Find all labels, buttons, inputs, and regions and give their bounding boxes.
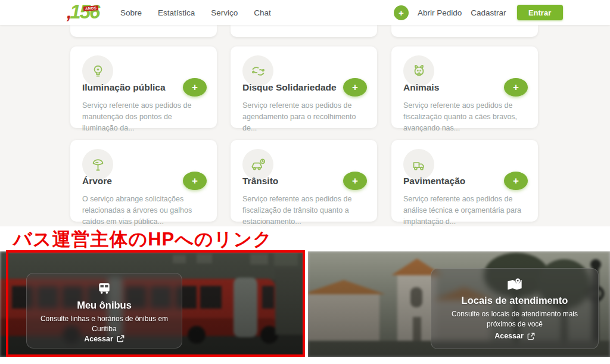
service-card-description: O serviço abrange solicitações relaciona… — [82, 194, 207, 228]
add-request-button[interactable]: + — [343, 172, 367, 190]
service-card-pavimentacao: Pavimentação + Serviço referente aos ped… — [391, 140, 538, 222]
service-card-transito: Trânsito + Serviço referente aos pedidos… — [231, 140, 377, 222]
cadastrar-link[interactable]: Cadastrar — [471, 8, 506, 17]
logo-number: 156 — [70, 1, 99, 23]
acessar-link[interactable]: Acessar — [494, 332, 535, 340]
bus-icon — [97, 281, 112, 296]
partial-card — [70, 25, 217, 37]
banner-card-title: Locais de atendimento — [462, 295, 568, 306]
service-card-description: Serviço referente aos pedidos de análise… — [403, 194, 528, 228]
service-card-title: Trânsito — [242, 176, 278, 186]
service-card-title: Pavimentação — [403, 176, 465, 186]
service-card-title: Árvore — [82, 176, 112, 186]
annotation-text: バス運営主体のHPへのリンク — [13, 227, 272, 252]
partial-card — [231, 25, 377, 37]
abrir-pedido-link[interactable]: Abrir Pedido — [418, 8, 462, 17]
site-logo-156[interactable]: , 156 ANOS — [67, 1, 114, 24]
entrar-button[interactable]: Entrar — [517, 5, 563, 20]
service-card-title: Animais — [403, 82, 439, 93]
main-nav: Sobre Estatística Serviço Chat — [120, 0, 271, 25]
acessar-label: Acessar — [494, 332, 524, 340]
header-actions: + Abrir Pedido Cadastrar Entrar — [394, 0, 563, 25]
nav-item-chat[interactable]: Chat — [254, 8, 271, 17]
add-request-button[interactable]: + — [504, 78, 528, 97]
service-card-description: Serviço referente aos pedidos de fiscali… — [242, 194, 368, 228]
service-card-description: Serviço referente aos pedidos de agendam… — [242, 100, 368, 134]
map-pin-icon — [506, 277, 523, 291]
service-card-arvore: Árvore + O serviço abrange solicitações … — [70, 140, 217, 222]
external-link-icon — [527, 332, 535, 340]
service-card-disque-solidariedade: Disque Solidariedade + Serviço referente… — [231, 46, 377, 128]
service-card-title: Iluminação pública — [82, 82, 166, 93]
banner-card-description: Consulte linhas e horários de ônibus em … — [36, 314, 173, 335]
nav-item-sobre[interactable]: Sobre — [120, 8, 142, 17]
locais-atendimento-card: Locais de atendimento Consulte os locais… — [431, 268, 599, 349]
external-link-icon — [117, 335, 125, 343]
service-card-title: Disque Solidariedade — [242, 82, 337, 93]
add-request-button[interactable]: + — [504, 172, 528, 190]
banner-card-description: Consulte os locais de atendimento mais p… — [441, 309, 588, 330]
banner-card-title: Meu ônibus — [77, 300, 132, 311]
plus-icon[interactable]: + — [394, 5, 409, 20]
nav-item-servico[interactable]: Serviço — [211, 8, 238, 17]
acessar-link[interactable]: Acessar — [84, 335, 125, 343]
banner-meu-onibus[interactable]: Meu ônibus Consulte linhas e horários de… — [0, 251, 304, 357]
banner-locais-atendimento[interactable]: Locais de atendimento Consulte os locais… — [308, 251, 610, 357]
top-navigation-bar: , 156 ANOS Sobre Estatística Serviço Cha… — [0, 0, 610, 25]
nav-item-estatistica[interactable]: Estatística — [158, 8, 195, 17]
add-request-button[interactable]: + — [343, 78, 367, 97]
service-card-description: Serviço referente aos pedidos de fiscali… — [403, 100, 528, 134]
service-card-iluminacao: Iluminação pública + Serviço referente a… — [70, 46, 217, 128]
add-request-button[interactable]: + — [183, 78, 207, 97]
service-card-description: Serviço referente aos pedidos de manuten… — [82, 100, 207, 134]
add-request-button[interactable]: + — [183, 172, 207, 190]
page-bottom-margin — [0, 357, 610, 364]
partial-card — [391, 25, 538, 37]
meu-onibus-card: Meu ônibus Consulte linhas e horários de… — [26, 273, 182, 349]
acessar-label: Acessar — [84, 335, 113, 343]
service-card-animais: Animais + Serviço referente aos pedidos … — [391, 46, 538, 128]
